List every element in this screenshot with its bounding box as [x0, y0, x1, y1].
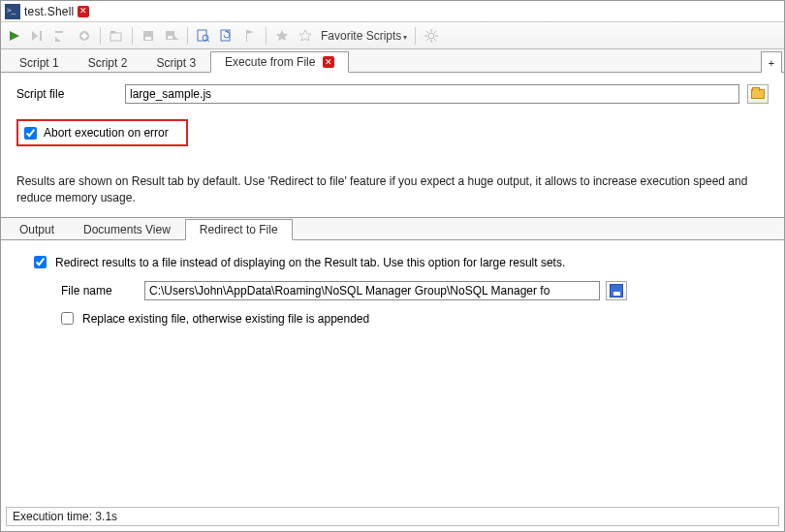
save-file-button[interactable]: [606, 281, 627, 300]
tab-label: Script 3: [156, 56, 196, 70]
close-tab-icon[interactable]: ✕: [78, 6, 89, 17]
tab-label: Script 2: [88, 56, 128, 70]
open-button[interactable]: [107, 26, 126, 46]
favorite-scripts-dropdown[interactable]: Favorite Scripts▾: [319, 29, 409, 43]
settings-button[interactable]: [422, 26, 441, 46]
run-step-button[interactable]: [28, 26, 47, 46]
window-title: test.Shell: [24, 5, 74, 18]
add-tab-button[interactable]: +: [761, 51, 782, 73]
close-tab-icon[interactable]: ✕: [323, 56, 334, 68]
tab-script-2[interactable]: Script 2: [74, 51, 142, 73]
svg-rect-2: [40, 31, 42, 41]
find-button[interactable]: [194, 26, 213, 46]
svg-line-30: [426, 39, 428, 41]
redirect-results-label: Redirect results to a file instead of di…: [55, 256, 565, 269]
info-text: Results are shown on Result tab by defau…: [16, 173, 769, 207]
status-text: Execution time: 3.1s: [13, 510, 117, 523]
svg-rect-10: [145, 37, 151, 40]
script-file-label: Script file: [16, 87, 117, 101]
svg-line-29: [434, 39, 436, 41]
svg-marker-3: [55, 37, 61, 42]
main-tabs: Script 1 Script 2 Script 3 Execute from …: [1, 49, 784, 73]
tab-documents-view[interactable]: Documents View: [69, 219, 185, 240]
svg-marker-1: [32, 31, 38, 41]
run-button[interactable]: [5, 26, 24, 46]
tab-execute-from-file[interactable]: Execute from File ✕: [210, 51, 349, 73]
svg-line-16: [207, 40, 209, 42]
abort-on-error-group: Abort execution on error: [16, 119, 188, 146]
save-button[interactable]: [139, 26, 158, 46]
svg-marker-13: [174, 36, 178, 40]
toolbar-separator: [187, 27, 188, 45]
title-bar: test.Shell ✕: [1, 1, 784, 22]
tab-redirect-to-file[interactable]: Redirect to File: [185, 219, 293, 240]
step-into-button[interactable]: [51, 26, 71, 46]
abort-on-error-checkbox[interactable]: [24, 127, 37, 140]
toolbar-separator: [266, 27, 267, 45]
file-name-input[interactable]: [144, 281, 600, 300]
save-as-button[interactable]: [162, 26, 181, 46]
execute-panel: Script file Abort execution on error Res…: [1, 73, 784, 326]
folder-icon: [751, 89, 765, 99]
stop-button[interactable]: [75, 26, 94, 46]
favorite-button[interactable]: [296, 26, 315, 46]
favorite-add-button[interactable]: [272, 26, 292, 46]
replace-file-checkbox[interactable]: [61, 312, 74, 325]
tab-output[interactable]: Output: [5, 219, 69, 240]
redirect-panel: Redirect results to a file instead of di…: [16, 250, 769, 326]
svg-marker-22: [299, 30, 311, 41]
svg-rect-19: [246, 30, 247, 42]
svg-rect-8: [110, 31, 115, 33]
svg-marker-20: [247, 30, 254, 34]
tab-label: Output: [19, 223, 54, 236]
flag-button[interactable]: [240, 26, 260, 46]
save-icon: [610, 284, 623, 297]
tab-label: Documents View: [83, 223, 171, 236]
tab-label: Script 1: [19, 56, 59, 70]
result-tabs: Output Documents View Redirect to File: [1, 217, 784, 240]
tab-script-1[interactable]: Script 1: [5, 51, 74, 73]
svg-rect-7: [110, 33, 121, 41]
abort-on-error-label: Abort execution on error: [44, 126, 169, 140]
browse-script-button[interactable]: [747, 84, 769, 104]
favorite-scripts-label: Favorite Scripts: [321, 29, 401, 43]
file-name-label: File name: [61, 284, 139, 297]
svg-marker-0: [10, 31, 19, 41]
toolbar-separator: [415, 27, 416, 45]
toolbar-separator: [100, 27, 101, 45]
script-file-input[interactable]: [125, 84, 739, 104]
svg-line-28: [426, 31, 428, 33]
file-name-row: File name: [34, 281, 759, 300]
redirect-results-checkbox[interactable]: [34, 256, 47, 268]
replace-button[interactable]: [217, 26, 236, 46]
script-file-row: Script file: [16, 84, 769, 104]
svg-point-23: [428, 33, 434, 39]
redirect-checkbox-row: Redirect results to a file instead of di…: [34, 256, 759, 269]
svg-rect-12: [168, 36, 173, 39]
replace-row: Replace existing file, otherwise existin…: [34, 312, 759, 326]
replace-file-label: Replace existing file, otherwise existin…: [82, 312, 369, 326]
status-bar: Execution time: 3.1s: [6, 507, 779, 526]
toolbar-separator: [132, 27, 133, 45]
tab-label: Redirect to File: [200, 223, 278, 236]
tab-label: Execute from File: [225, 55, 315, 69]
svg-line-31: [434, 31, 436, 33]
dropdown-caret-icon: ▾: [403, 33, 407, 42]
svg-marker-21: [276, 30, 288, 41]
tab-script-3[interactable]: Script 3: [141, 51, 210, 73]
toolbar: Favorite Scripts▾: [1, 22, 784, 49]
shell-icon: [5, 4, 20, 19]
svg-rect-4: [55, 31, 63, 33]
